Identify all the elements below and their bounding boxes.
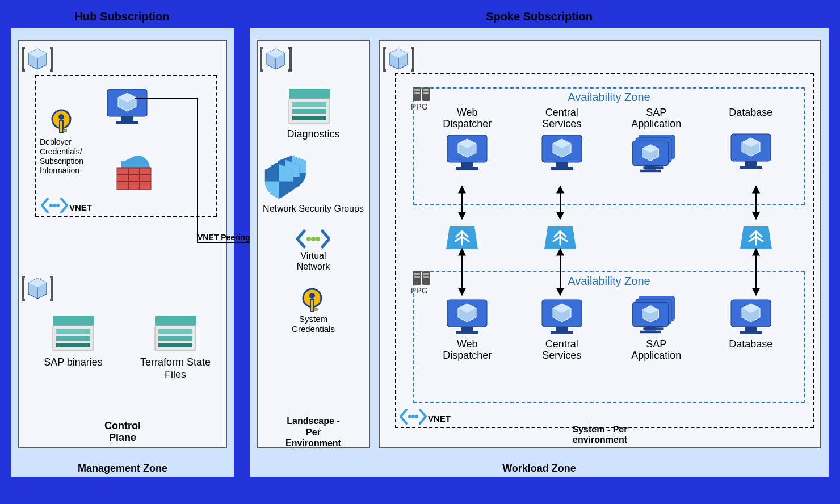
resource-group-icon (22, 272, 53, 304)
vnet-icon (296, 228, 330, 250)
vnet-peering-connector (135, 99, 266, 252)
ppg-label: PPG (411, 102, 428, 111)
nsg-label: Network Security Groups (263, 203, 364, 214)
tf-state-block: Terraform State Files (133, 313, 218, 381)
management-zone: Management Zone Control Plane Deployer C… (11, 28, 234, 477)
storage-icon (287, 86, 332, 126)
key-vault-icon (300, 285, 327, 314)
sap-app-title: SAP Application (616, 339, 696, 362)
resource-group-icon (22, 43, 53, 75)
vm-icon (728, 297, 774, 335)
vnet-icon (400, 408, 427, 426)
load-balancer-row (413, 218, 805, 258)
ppg-icon (413, 87, 430, 101)
web-dispatcher-title: Web Dispatcher (427, 339, 507, 362)
load-balancer-icon (444, 223, 480, 253)
nsg-icon (263, 154, 313, 202)
sap-binaries-label: SAP binaries (36, 356, 110, 369)
hub-subscription-title: Hub Subscription (11, 10, 233, 23)
resource-group-icon (260, 43, 292, 75)
management-zone-label: Management Zone (11, 463, 234, 474)
vnet-label: VNET (428, 414, 451, 423)
vnet-label-full: Virtual Network (296, 250, 330, 272)
availability-zone-1: PPG Availability Zone Web Dispatcher Cen… (413, 87, 805, 205)
key-vault-icon (49, 107, 76, 135)
system-box: System - Per environment VNET PPG Availa… (379, 40, 821, 448)
load-balancer-icon (542, 223, 578, 253)
system-vnet-box: VNET PPG Availability Zone Web Dispatche… (395, 73, 814, 428)
load-balancer-icon (738, 223, 774, 253)
diagnostics-label: Diagnostics (287, 128, 339, 141)
landscape-label: Landscape - Per Environment (258, 415, 369, 448)
spoke-subscription-title: Spoke Subscription (250, 10, 829, 23)
vnet-icon (41, 196, 68, 215)
sys-creds-label: System Credentials (292, 314, 335, 334)
az-title: Availability Zone (414, 275, 804, 288)
sys-creds-block: System Credentials (292, 285, 335, 334)
ppg-label: PPG (411, 286, 428, 295)
vm-stack-icon (630, 132, 682, 177)
diagnostics-block: Diagnostics (287, 86, 339, 141)
tf-state-label: Terraform State Files (133, 356, 218, 381)
az-title: Availability Zone (414, 91, 804, 104)
control-plane-label: Control Plane (19, 420, 226, 444)
vm-icon (728, 131, 774, 170)
vm-icon (444, 297, 490, 335)
database-title: Database (711, 107, 791, 119)
vnet-peering-label: VNET Peering (198, 233, 250, 242)
workload-zone: Workload Zone Landscape - Per Environmen… (250, 28, 829, 477)
central-services-title: Central Services (522, 339, 602, 362)
landscape-box: Landscape - Per Environment Diagnostics … (257, 40, 370, 448)
storage-icon (153, 313, 198, 353)
vm-icon (444, 132, 490, 171)
vm-stack-icon (630, 293, 682, 338)
deployer-key-label: Deployer Credentials/ Subscription Infor… (40, 137, 91, 175)
storage-icon (51, 313, 96, 353)
sap-app-title: SAP Application (616, 107, 696, 130)
nsg-block: Network Security Groups (263, 154, 364, 214)
availability-zone-2: PPG Availability Zone Web Dispatcher Cen… (413, 271, 805, 403)
vnet-label: VNET (69, 203, 92, 212)
central-services-title: Central Services (522, 107, 602, 130)
vnet-block: Virtual Network (296, 228, 330, 272)
web-dispatcher-title: Web Dispatcher (427, 107, 507, 130)
vm-icon (539, 132, 585, 171)
ppg-icon (413, 271, 430, 285)
database-title: Database (711, 339, 791, 350)
vm-icon (539, 297, 585, 335)
resource-group-icon (383, 43, 414, 75)
sap-binaries-block: SAP binaries (36, 313, 110, 369)
workload-zone-label: Workload Zone (250, 463, 829, 474)
